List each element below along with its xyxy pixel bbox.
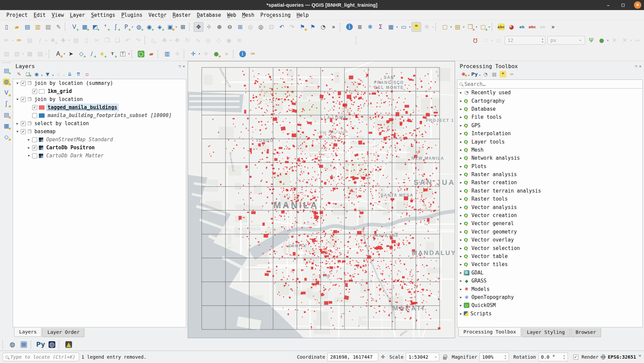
processing-group-gdal[interactable]: ▶GGDAL [457, 269, 642, 277]
processing-group-opentopography[interactable]: ▶❋OpenTopography [457, 293, 642, 301]
line-annotation-button[interactable]: ∕+ [87, 49, 96, 59]
maximize-button[interactable] [619, 1, 627, 9]
scale-combo[interactable]: 1:53042▾ [406, 353, 439, 361]
processing-tab-layer-styling[interactable]: Layer Styling [522, 328, 570, 337]
annotation-style-button[interactable]: A✱▾ [53, 49, 63, 59]
collapse-all-button[interactable]: ⇈ [74, 70, 82, 78]
layer-labeling-button[interactable]: abc [496, 22, 506, 32]
layer-visibility-checkbox[interactable]: ✓ [32, 89, 37, 94]
open-layer-styling-button[interactable]: ✎ [15, 70, 23, 78]
temporal-controller-button[interactable]: ◔ [318, 22, 328, 32]
add-wcs-layer-button[interactable]: ◉+ [144, 22, 154, 32]
add-spatialite-side-button[interactable]: ʃ✱ [2, 99, 11, 109]
processing-group-vector-tiles[interactable]: ▶QVector tiles [457, 260, 642, 268]
expand-arrow-right[interactable]: ▶ [459, 165, 463, 168]
remove-layer-button[interactable]: ▫ [83, 70, 91, 78]
data-source-manager-button[interactable]: ⊞ [178, 22, 188, 32]
open-attribute-table-button[interactable]: ▦▾ [386, 22, 396, 32]
expand-arrow-right[interactable]: ▶ [459, 271, 463, 274]
expand-arrow-right[interactable]: ▶ [459, 206, 463, 209]
menu-view[interactable]: View [49, 11, 67, 19]
expand-arrow-right[interactable]: ▶ [459, 91, 463, 94]
processing-group-models[interactable]: ▶❋Models [457, 285, 642, 293]
add-wms-side-button[interactable]: ◍✱ [2, 77, 11, 87]
layer-diagram-button[interactable]: ◕ [507, 22, 516, 32]
menu-edit[interactable]: Edit [30, 11, 49, 19]
scripts-menu-button[interactable]: Py▾ [470, 70, 478, 78]
add-postgis-layer-button[interactable]: P+▾ [121, 22, 131, 32]
processing-group-grass[interactable]: ▶◆GRASS [457, 277, 642, 285]
add-virtual-side-button[interactable]: ▤✱ [2, 110, 11, 120]
expand-arrow-right[interactable]: ▶ [459, 312, 463, 315]
layer-item-manila-building-footprints-subset-10000-[interactable]: manila_building_footprints_subset [10000… [13, 111, 186, 119]
quickmapservices-button[interactable]: ◍ [47, 340, 57, 350]
layer-name[interactable]: CartoDb Positron [45, 144, 96, 151]
zoom-out-button[interactable]: ⊖ [225, 22, 235, 32]
layer-visibility-checkbox[interactable] [32, 153, 37, 158]
layers-tab-layer-order[interactable]: Layer Order [42, 328, 84, 337]
geometry-checker-button[interactable]: ●✱ [211, 49, 221, 59]
layer-visibility-checkbox[interactable]: ✓ [32, 145, 37, 150]
processing-group-vector-geometry[interactable]: ▶QVector geometry [457, 228, 642, 236]
layer-name[interactable]: tagged_manila_buildings [47, 104, 118, 111]
expand-arrow-right[interactable]: ▶ [459, 304, 463, 307]
profile-tool-button[interactable]: ▲ [63, 340, 74, 350]
add-mesh-layer-button[interactable]: ◩+ [90, 22, 100, 32]
extents-icon[interactable]: ✛ [381, 354, 385, 360]
expand-arrow-right[interactable]: ▶ [26, 146, 31, 149]
layer-visibility-checkbox[interactable]: ✓ [21, 121, 26, 126]
results-viewer-button[interactable]: ▤ [490, 70, 498, 78]
expand-arrow-right[interactable]: ▶ [459, 156, 463, 160]
add-polygon-side-button[interactable]: ◇✱ [2, 132, 11, 142]
processing-group-interpolation[interactable]: ▶QInterpolation [457, 129, 642, 138]
zoom-to-layer-button[interactable]: ◎ [256, 22, 266, 32]
measure-line-button[interactable]: ▭▾ [399, 22, 408, 32]
python-console-button[interactable]: Py [35, 340, 46, 350]
layer-name[interactable]: select by location [34, 120, 90, 127]
expand-arrow-right[interactable]: ▶ [459, 296, 463, 299]
marker-annotation-button[interactable]: ★+ [97, 49, 107, 59]
expand-arrow-right[interactable]: ▶ [459, 214, 463, 217]
zoom-in-button[interactable]: ⊕ [214, 22, 224, 32]
layer-item-openstreetmap-standard[interactable]: ▶OpenStreetMap Standard [13, 136, 186, 144]
layer-item-1km-grid[interactable]: ✓1km_grid [13, 87, 186, 95]
new-print-layout-button[interactable]: ▥ [33, 22, 43, 32]
menu-raster[interactable]: Raster [170, 11, 194, 19]
select-by-form-button[interactable]: ▤▾ [453, 22, 462, 32]
layers-panel-float-icon[interactable]: ❐ [179, 64, 181, 68]
layout-extent-button[interactable]: ▥ [162, 49, 172, 59]
layer-item-select-by-location[interactable]: ▶✓❐select by location [13, 119, 186, 127]
menu-processing[interactable]: Processing [257, 11, 294, 19]
add-wfs-layer-button[interactable]: ◈+ [155, 22, 165, 32]
expand-arrow-down[interactable]: ▼ [15, 130, 20, 133]
map-tips-button[interactable]: ❝ [411, 22, 421, 32]
expand-arrow-right[interactable]: ▶ [459, 132, 463, 135]
messages-icon[interactable]: ❞ [638, 354, 641, 360]
identify-features-button[interactable]: i [344, 22, 354, 32]
toolbar-overflow-2-button[interactable]: » [548, 22, 558, 32]
snapping-toggle-button[interactable]: Ω [470, 36, 480, 45]
polygon-annotation-button[interactable]: ◇+ [76, 49, 86, 59]
layer-item-cartodb-positron[interactable]: ▶✓CartoDb Positron [13, 144, 186, 152]
menu-layer[interactable]: Layer [67, 11, 88, 19]
pan-map-button[interactable]: ✥ [194, 22, 203, 32]
expand-arrow-right[interactable]: ▶ [459, 222, 463, 225]
text-annotation-button[interactable]: T+ [108, 49, 117, 59]
processing-group-scripts[interactable]: ▶Scripts [457, 310, 642, 318]
expand-arrow-right[interactable]: ▶ [459, 288, 463, 291]
select-by-location-button[interactable]: ▢+▾ [478, 22, 488, 32]
processing-group-vector-table[interactable]: ▶QVector table [457, 252, 642, 260]
menu-plugins[interactable]: Plugins [118, 11, 145, 19]
add-vector-layer-button[interactable]: V+ [69, 22, 79, 32]
processing-group-recently-used[interactable]: ▶◔Recently used [457, 89, 642, 97]
layer-visibility-checkbox[interactable] [32, 137, 37, 142]
processing-tab-processing-toolbox[interactable]: Processing Toolbox [458, 328, 521, 337]
edit-in-place-button[interactable]: ❝ [499, 70, 507, 78]
expand-arrow-right[interactable]: ▶ [459, 255, 463, 258]
layer-name[interactable]: manila_building_footprints_subset [10000… [47, 112, 173, 119]
add-wms-layer-button[interactable]: ◍+ [134, 22, 144, 32]
expand-arrow-down[interactable]: ▼ [26, 154, 31, 157]
processing-panel-close-icon[interactable]: ✕ [639, 64, 641, 68]
processing-group-database[interactable]: ▶QDatabase [457, 105, 642, 113]
avoid-overlap-button[interactable]: ●▾ [597, 36, 606, 45]
